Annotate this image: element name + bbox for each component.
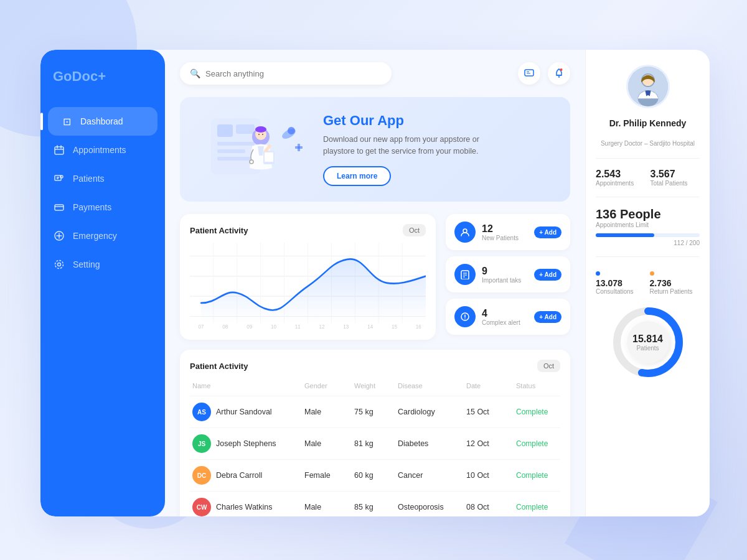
donut-label: Patients xyxy=(632,345,663,352)
people-label: Appointments Limit xyxy=(596,222,700,228)
svg-text:15: 15 xyxy=(392,323,397,330)
patient-disease: Cardiology xyxy=(398,408,466,416)
header-icons xyxy=(518,62,570,85)
table-month-badge[interactable]: Oct xyxy=(537,360,560,372)
search-bar[interactable]: 🔍 xyxy=(180,62,392,85)
svg-text:07: 07 xyxy=(199,323,204,330)
sidebar-item-appointments[interactable]: Appointments xyxy=(40,136,165,164)
add-important-button[interactable]: + Add xyxy=(534,269,561,281)
sidebar-item-patients[interactable]: Patients xyxy=(40,164,165,193)
table-header: Name Gender Weight Disease Date Status xyxy=(190,378,560,393)
sidebar-item-dashboard[interactable]: ⊡ Dashborad xyxy=(48,107,157,136)
return-patients-dot xyxy=(650,271,654,276)
consultations-stat: 13.078 Consultations xyxy=(596,267,646,295)
consultations-label: Consultations xyxy=(596,288,646,295)
people-value: 136 People xyxy=(596,207,700,222)
chart-month-badge[interactable]: Oct xyxy=(403,224,426,236)
consultations-grid: 13.078 Consultations 2.736 Return Patien… xyxy=(596,267,700,295)
task-important: 9 Important taks + Add xyxy=(446,256,570,292)
add-new-patients-button[interactable]: + Add xyxy=(534,226,561,238)
col-disease: Disease xyxy=(398,382,466,390)
sidebar-item-label: Dashborad xyxy=(80,116,123,126)
patient-disease: Osteoporosis xyxy=(398,503,466,511)
task-info: 9 Important taks xyxy=(482,266,528,284)
banner-illustration xyxy=(199,112,311,187)
setting-icon xyxy=(53,258,65,271)
sidebar-item-emergency[interactable]: Emergency xyxy=(40,222,165,250)
svg-point-69 xyxy=(464,319,466,320)
divider-1 xyxy=(596,158,700,159)
patient-activity-table-card: Patient Activity Oct Name Gender Weight … xyxy=(180,350,570,516)
right-panel: Dr. Philip Kennedy Surgery Doctor – Sard… xyxy=(585,50,710,516)
svg-rect-26 xyxy=(217,157,251,161)
header: 🔍 xyxy=(165,50,585,97)
patient-date: 08 Oct xyxy=(466,503,516,511)
table-row: AS Arthur Sandoval Male 75 kg Cardiology… xyxy=(190,396,560,427)
table-body: AS Arthur Sandoval Male 75 kg Cardiology… xyxy=(190,396,560,516)
banner-description: Download our new app from your appstore … xyxy=(323,134,485,157)
svg-text:13: 13 xyxy=(343,323,349,330)
sidebar-item-setting[interactable]: Setting xyxy=(40,250,165,279)
svg-rect-15 xyxy=(525,70,533,76)
add-complex-button[interactable]: + Add xyxy=(534,311,561,323)
donut-value: 15.814 xyxy=(632,334,663,345)
donut-chart: 15.814 Patients xyxy=(611,305,685,380)
return-patients-stat: 2.736 Return Patients xyxy=(650,267,700,295)
svg-rect-22 xyxy=(217,124,233,137)
patient-disease: Cancer xyxy=(398,471,466,480)
banner-title: Get Our App xyxy=(323,113,552,129)
patient-avatar: DC xyxy=(192,466,211,485)
complex-alert-count: 4 xyxy=(482,308,528,319)
svg-rect-34 xyxy=(265,152,273,162)
important-tasks-count: 9 xyxy=(482,266,528,277)
table-row: CW Charles Watkins Male 85 kg Osteoporos… xyxy=(190,491,560,516)
divider-2 xyxy=(596,197,700,197)
patient-gender: Male xyxy=(304,439,354,448)
patient-name: Debra Carroll xyxy=(216,471,262,480)
learn-more-button[interactable]: Learn more xyxy=(323,166,391,186)
svg-rect-25 xyxy=(217,149,245,153)
svg-text:12: 12 xyxy=(319,323,325,330)
svg-point-31 xyxy=(262,134,263,135)
doctor-avatar xyxy=(626,65,670,108)
patient-activity-chart-card: Patient Activity Oct xyxy=(180,214,436,340)
sidebar: GoDoc+ ⊡ Dashborad Appointments xyxy=(40,50,165,516)
dashboard-icon: ⊡ xyxy=(60,115,73,128)
patient-name: Joseph Stephens xyxy=(216,439,276,448)
svg-point-13 xyxy=(58,263,61,266)
new-patients-count: 12 xyxy=(482,223,528,235)
table-row: JS Joseph Stephens Male 81 kg Diabetes 1… xyxy=(190,427,560,459)
new-patients-label: New Patients xyxy=(482,235,528,241)
svg-point-7 xyxy=(60,175,63,178)
search-input[interactable] xyxy=(205,69,382,78)
patient-status: Complete xyxy=(516,471,572,480)
sidebar-item-payments[interactable]: Payments xyxy=(40,193,165,222)
svg-text:16: 16 xyxy=(416,323,421,330)
patient-date: 12 Oct xyxy=(466,439,516,448)
important-tasks-icon xyxy=(454,264,476,285)
col-weight: Weight xyxy=(354,382,398,390)
notifications-button[interactable] xyxy=(548,62,570,85)
donut-center: 15.814 Patients xyxy=(632,334,663,352)
content-area: 🔍 xyxy=(165,50,585,516)
patient-status: Complete xyxy=(516,503,572,511)
total-patients-stat: 3.567 Total Patients xyxy=(651,169,700,187)
task-complex: 4 Complex alert + Add xyxy=(446,299,570,335)
patient-gender: Female xyxy=(304,471,354,480)
new-patients-icon xyxy=(454,222,476,243)
chart-card-header: Patient Activity Oct xyxy=(190,224,426,236)
svg-point-30 xyxy=(258,134,260,135)
messages-button[interactable] xyxy=(518,62,540,85)
table-title: Patient Activity xyxy=(190,362,248,371)
patient-date: 15 Oct xyxy=(466,408,516,416)
patient-weight: 85 kg xyxy=(354,503,398,511)
progress-text: 112 / 200 xyxy=(596,240,700,246)
patient-name-cell: AS Arthur Sandoval xyxy=(192,403,304,421)
patient-name: Arthur Sandoval xyxy=(216,408,272,416)
patient-avatar: JS xyxy=(192,434,211,453)
task-new-patients: 12 New Patients + Add xyxy=(446,214,570,250)
banner: Get Our App Download our new app from yo… xyxy=(180,97,570,202)
complex-alert-label: Complex alert xyxy=(482,319,528,326)
svg-text:10: 10 xyxy=(271,323,276,330)
sidebar-nav: ⊡ Dashborad Appointments xyxy=(40,107,165,279)
